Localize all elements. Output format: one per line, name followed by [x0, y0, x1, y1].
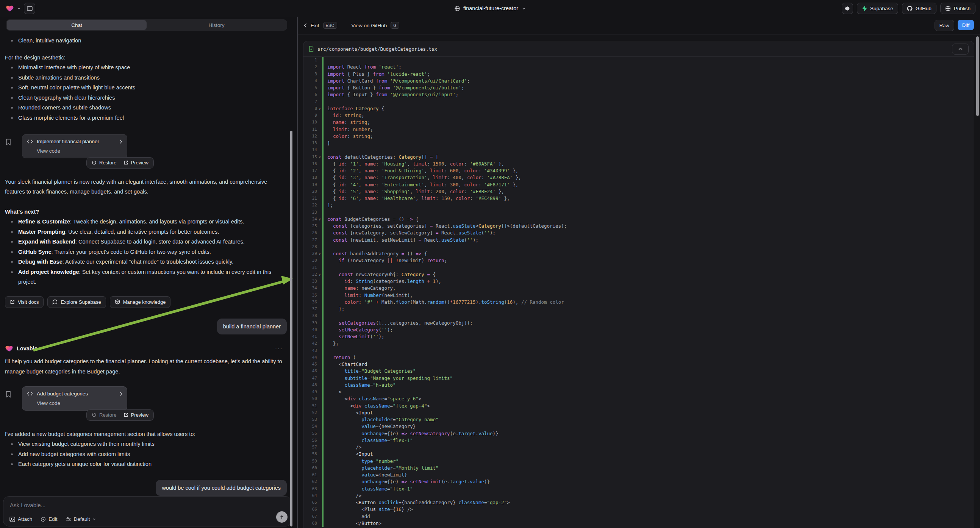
project-chevron-down-icon: [522, 6, 526, 11]
send-button[interactable]: [276, 511, 288, 523]
code-line: 18 { id: '3', name: 'Transportation', li…: [304, 174, 974, 181]
visit-docs-button[interactable]: Visit docs: [5, 296, 44, 308]
bullet-item: Clean, intuitive navigation: [5, 36, 287, 46]
code-line: 5import { Button } from '@/components/ui…: [304, 84, 974, 91]
code-line: 47 subtitle="Manage your spending limits…: [304, 375, 974, 382]
back-chevron-icon[interactable]: [304, 23, 307, 28]
code-line: 24∨const BudgetCategories = () => {: [304, 216, 974, 223]
publish-label: Publish: [954, 6, 970, 11]
preview-button-2[interactable]: Preview: [124, 412, 148, 418]
code-line: 51 <div className="flex gap-4">: [304, 402, 974, 409]
chevron-right-icon: [119, 392, 123, 396]
assistant-header: Lovable ···: [5, 344, 287, 354]
added-intro: I've added a new budget categories manag…: [5, 429, 287, 439]
chat-scrollbar[interactable]: [290, 131, 293, 526]
code-scrollbar[interactable]: [976, 37, 979, 116]
tab-history[interactable]: History: [146, 20, 286, 30]
raw-toggle-button[interactable]: Raw: [935, 20, 954, 31]
lovable-logo-icon[interactable]: [6, 4, 14, 13]
code-line: 25 const [categories, setCategories] = R…: [304, 223, 974, 229]
code-line: 28: [304, 243, 974, 250]
reply-intro: I'll help you add budget categories to t…: [5, 356, 287, 377]
panel-divider[interactable]: [297, 17, 298, 528]
code-line: 63 className="flex-1": [304, 485, 974, 492]
code-line: 17 { id: '2', name: 'Food & Dining', lim…: [304, 167, 974, 174]
chat-panel: Chat History Clean, intuitive navigation…: [0, 17, 298, 528]
restore-button-disabled[interactable]: Restore: [92, 412, 117, 418]
attach-button[interactable]: Attach: [10, 516, 32, 522]
settings-button[interactable]: [842, 3, 853, 14]
code-line: 6import { Input } from '@/components/ui/…: [304, 91, 974, 98]
version-card-implement-planner[interactable]: Implement financial planner View code: [22, 134, 127, 158]
bullet-item: Rounded corners and subtle shadows: [5, 103, 287, 113]
view-code-link[interactable]: View code: [37, 400, 123, 406]
user-message-row: build a financial planner: [5, 318, 287, 334]
code-line: 10 name: string;: [304, 119, 974, 126]
code-view[interactable]: 12import React from 'react';3import { Pl…: [304, 57, 974, 528]
bookmark-icon-2[interactable]: [5, 386, 22, 398]
collapse-file-button[interactable]: [952, 44, 969, 54]
code-line: 22];: [304, 202, 974, 209]
code-line: 30 if (!newCategory || !newLimit) return…: [304, 257, 974, 264]
code-line: 31: [304, 264, 974, 271]
code-line: 38: [304, 312, 974, 319]
code-line: 61 value={newLimit}: [304, 472, 974, 479]
code-line: 45 <ChartCard: [304, 361, 974, 368]
code-line: 20 { id: '5', name: 'Shopping', limit: 2…: [304, 188, 974, 195]
file-path: src/components/budget/BudgetCategories.t…: [317, 46, 948, 52]
lovable-app: financial-future-creator Supabase GitHub: [0, 0, 980, 528]
chat-messages: Clean, intuitive navigation For the desi…: [5, 36, 287, 496]
preview-button[interactable]: Preview: [124, 160, 148, 166]
version-card-add-budget-categories[interactable]: Add budget categories View code: [22, 386, 127, 410]
top-bar: financial-future-creator Supabase GitHub: [0, 0, 980, 17]
code-toolbar: Exit ESC View on GitHub G Raw Diff: [298, 17, 980, 35]
globe-icon: [454, 6, 460, 11]
code-line: 43: [304, 347, 974, 354]
manage-knowledge-button[interactable]: Manage knowledge: [110, 296, 171, 308]
bullet-item: Add new budget categories with custom li…: [5, 449, 287, 460]
tab-chat[interactable]: Chat: [7, 20, 146, 30]
chat-input-box[interactable]: Ask Lovable... Attach Edit Default: [3, 496, 292, 526]
bullet-item: Master Prompting: Use clear, detailed, a…: [5, 227, 287, 237]
exit-button[interactable]: Exit: [311, 23, 319, 29]
code-line: 42 };: [304, 340, 974, 347]
code-line: 8∨interface Category {: [304, 105, 974, 112]
view-on-github-link[interactable]: View on GitHub: [352, 23, 387, 29]
sidebar-toggle-button[interactable]: [24, 3, 35, 14]
diff-toggle-button[interactable]: Diff: [958, 20, 974, 30]
version-card-row-2: Add budget categories View code Restore: [5, 386, 287, 421]
code-line: 7: [304, 99, 974, 105]
code-line: 12 color: string;: [304, 133, 974, 140]
esc-key-badge: ESC: [323, 22, 337, 29]
file-header[interactable]: src/components/budget/BudgetCategories.t…: [304, 41, 974, 57]
bullet-item: Add project knowledge: Set key context o…: [5, 267, 287, 287]
view-code-link[interactable]: View code: [37, 148, 123, 154]
code-line: 36 color: '#' + Math.floor(Math.random()…: [304, 299, 974, 306]
code-line: 46 title="Budget Categories": [304, 368, 974, 375]
chat-input-placeholder: Ask Lovable...: [10, 502, 45, 508]
code-line: 33 id: String(categories.length + 1),: [304, 278, 974, 285]
logo-chevron-down-icon[interactable]: [17, 6, 21, 10]
version-card-row: Implement financial planner View code Re…: [5, 134, 287, 169]
project-switcher[interactable]: financial-future-creator: [454, 5, 526, 11]
summary-paragraph: Your sleek financial planner is now read…: [5, 177, 287, 197]
code-line: 49 >: [304, 389, 974, 396]
publish-button[interactable]: Publish: [940, 3, 975, 14]
user-message-bubble: build a financial planner: [217, 318, 287, 334]
model-select[interactable]: Default: [66, 516, 96, 522]
bullet-item: Clean typography with clear hierarchies: [5, 93, 287, 103]
edit-button[interactable]: Edit: [41, 516, 57, 522]
code-line: 65 <Button onClick={handleAddCategory} c…: [304, 499, 974, 506]
github-button[interactable]: GitHub: [902, 3, 936, 14]
bookmark-icon[interactable]: [5, 134, 22, 145]
bullet-item: Refine & Customize: Tweak the design, an…: [5, 217, 287, 227]
supabase-button[interactable]: Supabase: [857, 3, 898, 14]
message-more-button[interactable]: ···: [275, 344, 287, 354]
code-line: 62 onChange={(e) => setNewLimit(e.target…: [304, 479, 974, 485]
file-diff-card: src/components/budget/BudgetCategories.t…: [303, 41, 974, 528]
explore-supabase-button[interactable]: Explore Supabase: [47, 296, 106, 308]
user-message-bubble-2: would be cool if you could add budget ca…: [156, 480, 287, 496]
chat-history-tabs: Chat History: [6, 19, 287, 31]
code-line: 52 <Input: [304, 409, 974, 416]
restore-button[interactable]: Restore: [92, 160, 117, 166]
